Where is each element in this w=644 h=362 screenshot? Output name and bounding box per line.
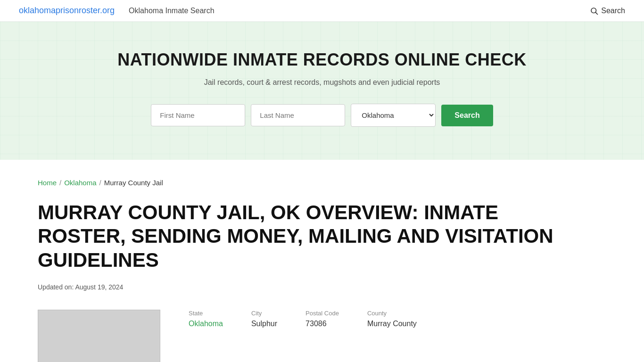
svg-line-1 bbox=[596, 12, 598, 14]
detail-city: City Sulphur bbox=[251, 310, 277, 328]
county-label: County bbox=[367, 310, 417, 317]
header-search-button[interactable]: Search bbox=[590, 7, 625, 15]
breadcrumb-sep-1: / bbox=[59, 179, 61, 187]
detail-state: State Oklahoma bbox=[189, 310, 223, 328]
state-select[interactable]: Oklahoma Alabama Alaska Arizona Arkansas… bbox=[351, 104, 436, 127]
facility-info: State Oklahoma City Sulphur Postal Code … bbox=[38, 310, 606, 362]
city-value: Sulphur bbox=[251, 320, 277, 328]
facility-image bbox=[38, 310, 160, 362]
city-label: City bbox=[251, 310, 277, 317]
state-label: State bbox=[189, 310, 223, 317]
breadcrumb-current: Murray County Jail bbox=[104, 179, 163, 187]
nav-label: Oklahoma Inmate Search bbox=[129, 7, 214, 15]
detail-county: County Murray County bbox=[367, 310, 417, 328]
hero-banner: NATIONWIDE INMATE RECORDS ONLINE CHECK J… bbox=[0, 22, 644, 160]
hero-subtitle: Jail records, court & arrest records, mu… bbox=[19, 78, 625, 87]
state-value[interactable]: Oklahoma bbox=[189, 320, 223, 328]
hero-search-form: Oklahoma Alabama Alaska Arizona Arkansas… bbox=[19, 104, 625, 127]
first-name-input[interactable] bbox=[151, 104, 245, 126]
postal-label: Postal Code bbox=[305, 310, 339, 317]
hero-title: NATIONWIDE INMATE RECORDS ONLINE CHECK bbox=[19, 50, 625, 70]
breadcrumb-state[interactable]: Oklahoma bbox=[64, 179, 96, 187]
detail-postal: Postal Code 73086 bbox=[305, 310, 339, 328]
postal-value: 73086 bbox=[305, 320, 339, 328]
main-content: Home / Oklahoma / Murray County Jail MUR… bbox=[0, 160, 644, 362]
breadcrumb-sep-2: / bbox=[99, 179, 101, 187]
updated-date: Updated on: August 19, 2024 bbox=[38, 283, 606, 291]
breadcrumb: Home / Oklahoma / Murray County Jail bbox=[38, 179, 606, 187]
header-search-label: Search bbox=[601, 7, 625, 15]
site-logo[interactable]: oklahomaprisonroster.org bbox=[19, 6, 115, 16]
facility-details: State Oklahoma City Sulphur Postal Code … bbox=[160, 310, 417, 328]
breadcrumb-home[interactable]: Home bbox=[38, 179, 57, 187]
site-header: oklahomaprisonroster.org Oklahoma Inmate… bbox=[0, 0, 644, 22]
page-title: MURRAY COUNTY JAIL, OK OVERVIEW: INMATE … bbox=[38, 201, 556, 272]
search-icon bbox=[590, 7, 598, 15]
county-value: Murray County bbox=[367, 320, 417, 328]
hero-search-button[interactable]: Search bbox=[441, 105, 493, 126]
header-left: oklahomaprisonroster.org Oklahoma Inmate… bbox=[19, 6, 215, 16]
last-name-input[interactable] bbox=[251, 104, 345, 126]
